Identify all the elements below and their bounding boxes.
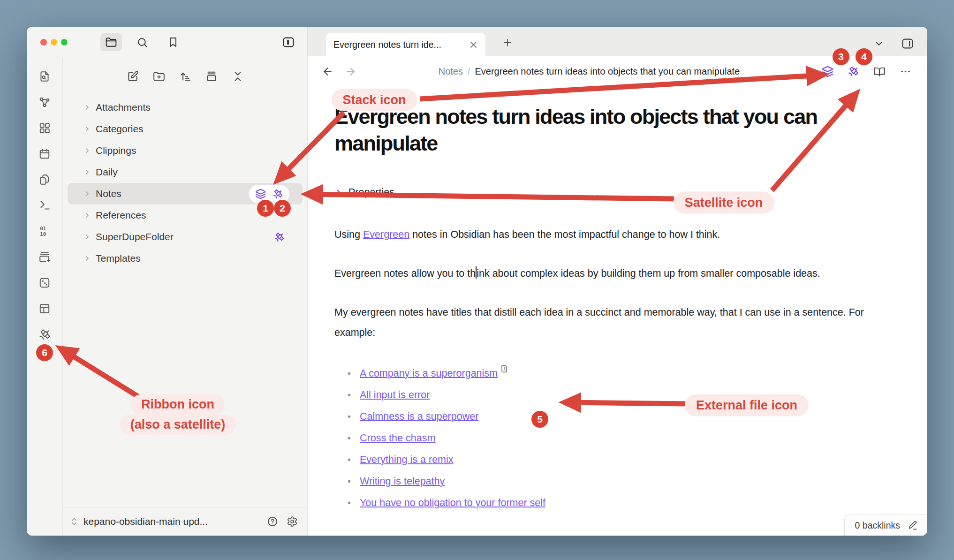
editor-pane: Evergreen notes turn ide... <box>308 27 927 536</box>
chevron-right-icon[interactable] <box>334 189 343 197</box>
minimize-window-button[interactable] <box>51 39 57 45</box>
example-note-links: A company is a superorganism All input i… <box>334 363 887 514</box>
breadcrumb-note-title[interactable]: Evergreen notes turn ideas into objects … <box>475 66 740 77</box>
folder-name: References <box>96 210 146 221</box>
close-window-button[interactable] <box>40 39 47 45</box>
more-options-icon[interactable] <box>900 66 911 77</box>
note-content: Evergreen notes turn ideas into objects … <box>308 87 927 536</box>
graph-view-icon[interactable] <box>38 96 51 108</box>
list-item: You have no obligation to your former se… <box>348 492 887 514</box>
chevron-right-icon[interactable] <box>83 233 91 241</box>
folder-row-notes[interactable]: Notes <box>68 183 303 204</box>
folder-row-attachments[interactable]: Attachments <box>68 97 303 118</box>
backlinks-status[interactable]: 0 backlinks <box>844 515 927 536</box>
new-tab-button[interactable] <box>502 37 513 48</box>
search-icon <box>136 37 148 48</box>
dashboard-icon[interactable] <box>38 122 51 134</box>
paragraph-text: Using <box>334 229 363 240</box>
close-tab-icon[interactable] <box>469 40 478 49</box>
edit-pencil-icon[interactable] <box>908 520 918 530</box>
folder-row-superdupefolder[interactable]: SuperDupeFolder <box>68 226 303 248</box>
external-file-icon <box>500 364 508 373</box>
folder-tree: Attachments Categories Clippings Da <box>63 95 307 507</box>
book-open-icon[interactable] <box>873 66 886 78</box>
list-item: All input is error <box>348 384 887 406</box>
zoom-window-button[interactable] <box>61 39 68 45</box>
new-folder-icon[interactable] <box>153 70 165 83</box>
stack-icon <box>255 189 266 199</box>
copy-files-icon[interactable] <box>38 174 51 186</box>
notes-row-icon-pill <box>249 185 289 203</box>
file-search-icon[interactable] <box>38 70 51 83</box>
list-item: Calmness is a superpower <box>348 406 887 427</box>
folder-row-clippings[interactable]: Clippings <box>68 140 303 161</box>
settings-button[interactable] <box>287 516 298 527</box>
note-link[interactable]: Cross the chasm <box>360 432 435 444</box>
desktop-background: 0110 <box>0 0 954 560</box>
workspace-layout-icon[interactable] <box>38 303 51 315</box>
stacked-cards-icon[interactable] <box>205 70 218 83</box>
note-link[interactable]: Writing is telepathy <box>360 476 445 487</box>
chevron-right-icon[interactable] <box>83 104 91 111</box>
note-link[interactable]: You have no obligation to your former se… <box>360 497 545 508</box>
search-nav-button[interactable] <box>131 33 153 51</box>
back-button[interactable] <box>322 66 333 77</box>
chevron-right-icon[interactable] <box>83 255 91 262</box>
note-link[interactable]: Everything is a remix <box>360 454 454 465</box>
active-tab[interactable]: Evergreen notes turn ide... <box>326 33 485 56</box>
chevron-right-icon[interactable] <box>83 190 91 197</box>
add-card-icon[interactable] <box>38 251 51 263</box>
bookmarks-nav-button[interactable] <box>162 33 184 51</box>
properties-toggle[interactable]: Properties <box>334 187 899 198</box>
evergreen-link[interactable]: Evergreen <box>363 229 409 240</box>
paragraph-text: Evergreen notes allow you to th <box>334 268 476 279</box>
note-link[interactable]: Calmness is a superpower <box>360 411 478 422</box>
breadcrumb-folder[interactable]: Notes <box>439 66 463 77</box>
collapse-all-icon[interactable] <box>232 70 244 83</box>
forward-button[interactable] <box>345 66 356 77</box>
binary-icon[interactable]: 0110 <box>38 225 51 237</box>
chevron-right-icon[interactable] <box>83 168 91 176</box>
toggle-left-sidebar-button[interactable] <box>282 36 295 49</box>
properties-label: Properties <box>348 187 394 198</box>
file-explorer: Attachments Categories Clippings Da <box>63 58 307 536</box>
stack-icon[interactable] <box>822 66 833 77</box>
vault-switcher[interactable]: kepano-obsidian-main upd... <box>63 507 307 536</box>
dice-icon[interactable] <box>38 277 51 289</box>
folder-name: Notes <box>96 188 121 199</box>
satellite-icon <box>273 189 283 199</box>
ribbon: 0110 <box>27 58 63 536</box>
terminal-icon[interactable] <box>38 199 51 212</box>
folder-name: Categories <box>96 123 144 135</box>
window-controls <box>40 39 68 45</box>
backlinks-count: 0 backlinks <box>855 520 900 531</box>
note-link[interactable]: A company is a superorganism <box>360 368 498 379</box>
vault-name: kepano-obsidian-main upd... <box>83 516 262 527</box>
files-nav-button[interactable] <box>100 33 122 51</box>
sort-icon[interactable] <box>179 70 191 83</box>
folder-row-daily[interactable]: Daily <box>68 161 303 183</box>
folder-name: Clippings <box>96 145 136 156</box>
chevron-right-icon[interactable] <box>83 125 91 133</box>
panel-left-icon <box>282 36 295 49</box>
chevron-right-icon[interactable] <box>83 147 91 154</box>
calendar-icon[interactable] <box>38 148 51 160</box>
folder-row-references[interactable]: References <box>68 204 303 226</box>
folder-row-templates[interactable]: Templates <box>68 248 303 269</box>
new-note-icon[interactable] <box>127 70 139 83</box>
paragraph: Using Evergreen notes in Obsidian has be… <box>334 225 874 245</box>
paragraph: Evergreen notes allow you to think about… <box>334 264 874 284</box>
folder-name: Attachments <box>96 102 151 113</box>
folder-row-categories[interactable]: Categories <box>68 118 303 140</box>
satellite-icon <box>274 232 285 242</box>
chevron-right-icon[interactable] <box>83 212 91 219</box>
chevrons-up-down-icon <box>69 517 79 526</box>
help-button[interactable] <box>267 516 278 527</box>
paragraph-text: notes in Obsidian has been the most impa… <box>409 229 720 240</box>
satellite-ribbon-icon[interactable] <box>38 328 51 341</box>
tab-list-dropdown-button[interactable] <box>874 38 884 49</box>
toggle-right-sidebar-button[interactable] <box>901 37 914 50</box>
satellite-icon[interactable] <box>848 66 859 77</box>
note-title: Evergreen notes turn ideas into objects … <box>334 104 899 157</box>
note-link[interactable]: All input is error <box>360 389 430 401</box>
